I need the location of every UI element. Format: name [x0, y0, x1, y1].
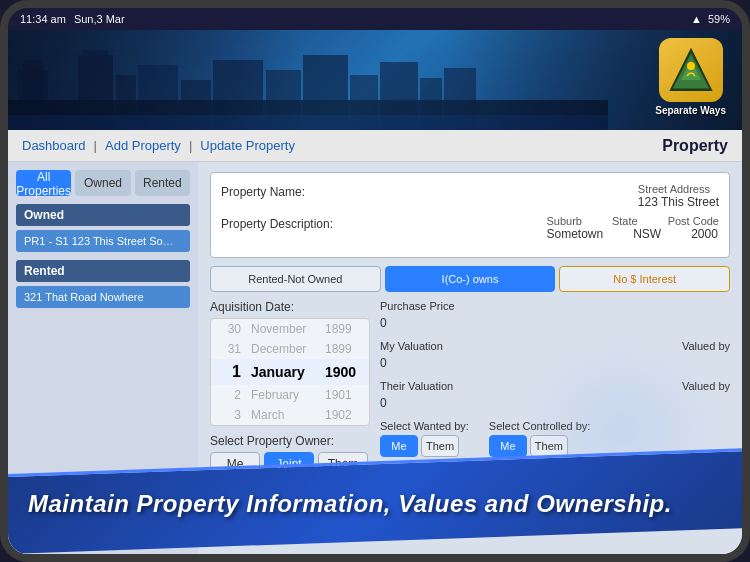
- status-date: Sun,3 Mar: [74, 13, 125, 25]
- date-row-1: 31 December 1899: [211, 339, 369, 359]
- list-item-rented-1[interactable]: 321 That Road Nowhere: [16, 286, 190, 308]
- logo-text: Separate Ways: [655, 105, 726, 116]
- date-month-4: March: [251, 408, 315, 422]
- date-year-0: 1899: [325, 322, 361, 336]
- nav-bar: Dashboard | Add Property | Update Proper…: [8, 130, 742, 162]
- property-name-row: Property Name: Street Address 123 This S…: [221, 183, 719, 209]
- date-year-3: 1901: [325, 388, 361, 402]
- nav-update-property[interactable]: Update Property: [200, 138, 295, 153]
- my-valuation-label: My Valuation: [380, 340, 443, 352]
- header-banner: Separate Ways: [8, 30, 742, 130]
- suburb-label: Suburb: [546, 215, 581, 227]
- property-form: Property Name: Street Address 123 This S…: [210, 172, 730, 258]
- tab-rented-not-owned[interactable]: Rented-Not Owned: [210, 266, 381, 292]
- owned-header: Owned: [16, 204, 190, 226]
- date-scroll[interactable]: 30 November 1899 31 December 1899 1 Janu…: [210, 318, 370, 426]
- nav-dashboard[interactable]: Dashboard: [22, 138, 86, 153]
- tab-no-interest[interactable]: No $ Interest: [559, 266, 730, 292]
- property-desc-field-area: Suburb State Post Code Sometown NSW 2000: [351, 215, 719, 241]
- their-valuation-value: 0: [380, 394, 730, 412]
- tab-ico-owns[interactable]: I(Co-) owns: [385, 266, 556, 292]
- date-day-selected: 1: [219, 363, 241, 381]
- filter-all-properties[interactable]: All Properties: [16, 170, 71, 196]
- wanted-tab-them[interactable]: Them: [421, 435, 459, 457]
- date-day-0: 30: [219, 322, 241, 336]
- city-silhouette: [8, 40, 608, 130]
- nav-add-property[interactable]: Add Property: [105, 138, 181, 153]
- address-block: Street Address 123 This Street: [638, 183, 719, 209]
- their-valued-by-label: Valued by: [682, 380, 730, 392]
- controlled-group: Select Controlled by: Me Them: [489, 420, 591, 457]
- suburb-state-postcode: Suburb State Post Code Sometown NSW 2000: [546, 215, 719, 241]
- date-row-selected: 1 January 1900: [211, 359, 369, 385]
- suburb-value: Sometown: [546, 227, 603, 241]
- page-title: Property: [662, 137, 728, 155]
- rented-header: Rented: [16, 260, 190, 282]
- date-month-1: December: [251, 342, 315, 356]
- wanted-group: Select Wanted by: Me Them: [380, 420, 469, 457]
- property-desc-label: Property Description:: [221, 215, 351, 231]
- postcode-value: 2000: [691, 227, 718, 241]
- banner-text: Maintain Property Information, Values an…: [28, 490, 672, 518]
- purchase-price-label: Purchase Price: [380, 300, 455, 312]
- logo-badge: [659, 38, 723, 102]
- property-desc-row: Property Description: Suburb State Post …: [221, 215, 719, 241]
- date-year-1: 1899: [325, 342, 361, 356]
- logo-area: Separate Ways: [655, 38, 726, 116]
- list-item-owned-1[interactable]: PR1 - S1 123 This Street Some...: [16, 230, 190, 252]
- property-name-label: Property Name:: [221, 183, 351, 199]
- status-wifi-icon: ▲: [691, 13, 702, 25]
- wanted-tabs: Me Them: [380, 435, 469, 457]
- date-row-0: 30 November 1899: [211, 319, 369, 339]
- my-valuation-row: My Valuation Valued by 0: [380, 340, 730, 372]
- postcode-label: Post Code: [668, 215, 719, 227]
- their-valuation-row: Their Valuation Valued by 0: [380, 380, 730, 412]
- owner-label: Select Property Owner:: [210, 434, 370, 448]
- date-day-1: 31: [219, 342, 241, 356]
- acquisition-label: Aquisition Date:: [210, 300, 370, 314]
- date-day-4: 3: [219, 408, 241, 422]
- purchase-price-row: Purchase Price 0: [380, 300, 730, 332]
- status-time: 11:34 am: [20, 13, 66, 25]
- date-row-3: 2 February 1901: [211, 385, 369, 405]
- date-month-0: November: [251, 322, 315, 336]
- nav-sep1: |: [94, 138, 97, 153]
- ownership-tabs: Rented-Not Owned I(Co-) owns No $ Intere…: [210, 266, 730, 292]
- filter-tabs: All Properties Owned Rented: [16, 170, 190, 196]
- street-address-value: 123 This Street: [638, 195, 719, 209]
- wanted-tab-me[interactable]: Me: [380, 435, 418, 457]
- date-year-selected: 1900: [325, 364, 361, 380]
- property-name-field-area: Street Address 123 This Street: [351, 183, 719, 209]
- date-month-selected: January: [251, 364, 315, 380]
- svg-rect-16: [8, 115, 608, 130]
- status-battery: 59%: [708, 13, 730, 25]
- my-valued-by-label: Valued by: [682, 340, 730, 352]
- controlled-tab-me[interactable]: Me: [489, 435, 527, 457]
- date-day-3: 2: [219, 388, 241, 402]
- date-row-4: 3 March 1902: [211, 405, 369, 425]
- state-label: State: [612, 215, 638, 227]
- logo-icon: [667, 46, 715, 94]
- date-year-4: 1902: [325, 408, 361, 422]
- wanted-label: Select Wanted by:: [380, 420, 469, 432]
- date-month-3: February: [251, 388, 315, 402]
- purchase-price-value: 0: [380, 314, 730, 332]
- controlled-label: Select Controlled by:: [489, 420, 591, 432]
- their-valuation-label: Their Valuation: [380, 380, 453, 392]
- device-frame: 11:34 am Sun,3 Mar ▲ 59%: [0, 0, 750, 562]
- filter-owned[interactable]: Owned: [75, 170, 130, 196]
- svg-point-19: [687, 62, 695, 70]
- filter-rented[interactable]: Rented: [135, 170, 190, 196]
- my-valuation-value: 0: [380, 354, 730, 372]
- street-address-label: Street Address: [638, 183, 719, 195]
- state-value: NSW: [633, 227, 661, 241]
- status-bar: 11:34 am Sun,3 Mar ▲ 59%: [8, 8, 742, 30]
- nav-sep2: |: [189, 138, 192, 153]
